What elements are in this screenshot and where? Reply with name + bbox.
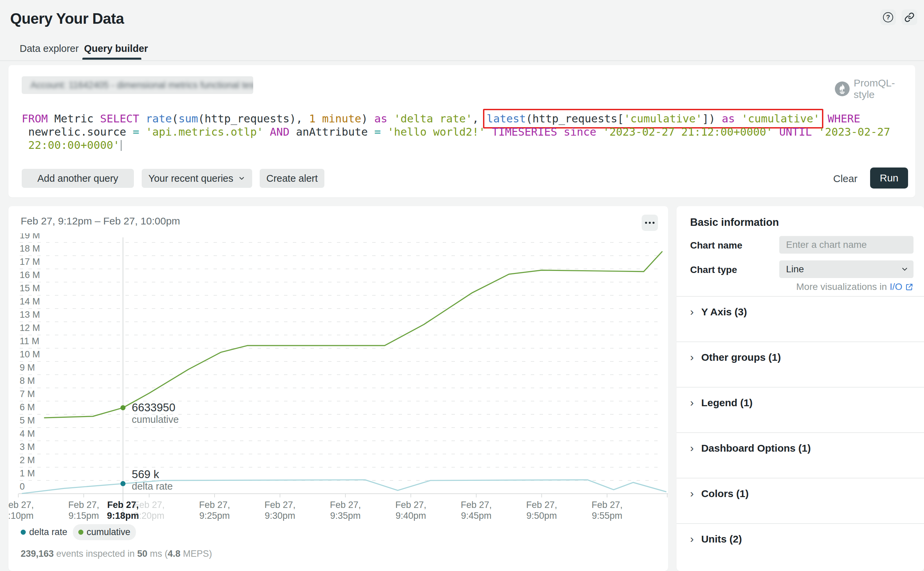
x-axis-label: Feb 27,9:50pm xyxy=(526,500,557,521)
y-axis-label: 7 M xyxy=(20,389,35,399)
y-axis-label: 3 M xyxy=(20,442,35,452)
x-axis-label: Feb 27,9:10pm xyxy=(8,500,34,521)
y-axis-label: 8 M xyxy=(20,376,35,386)
run-button[interactable]: Run xyxy=(870,168,908,188)
x-axis-label: Feb 27,9:25pm xyxy=(199,500,230,521)
x-axis-label: Feb 27,9:20pm xyxy=(134,500,165,521)
y-axis-label: 10 M xyxy=(20,349,40,360)
chart-footer: 239,163 events inspected in 50 ms (4.8 M… xyxy=(21,549,212,559)
io-link[interactable]: I/O xyxy=(890,281,902,292)
series-line-delta-rate xyxy=(22,480,666,493)
x-axis-label: Feb 27,9:40pm xyxy=(395,500,427,521)
chevron-right-icon: › xyxy=(690,442,694,454)
y-axis-label: 12 M xyxy=(20,323,40,333)
meps-value: 4.8 xyxy=(168,549,181,559)
y-axis-label: 15 M xyxy=(20,283,40,293)
y-axis-label: 2 M xyxy=(20,455,35,465)
more-visualizations-row: More visualizations in I/O xyxy=(796,281,913,292)
chart-type-select[interactable]: Line xyxy=(779,261,913,278)
help-icon: ? xyxy=(883,12,893,22)
panel-section-colors-1[interactable]: ›Colors (1) xyxy=(676,478,924,523)
promql-style-label: PromQL-style xyxy=(854,77,915,100)
chart-menu-button[interactable] xyxy=(642,215,658,231)
chevron-right-icon: › xyxy=(690,533,694,545)
chevron-right-icon: › xyxy=(690,487,694,500)
tooltip-label: delta rate xyxy=(132,481,173,492)
x-axis-label: Feb 27,9:30pm xyxy=(264,500,296,521)
permalink-button[interactable] xyxy=(902,9,917,25)
query-duration: 50 xyxy=(137,549,148,559)
x-axis-label: Feb 27,9:15pm xyxy=(68,500,99,521)
legend-dot xyxy=(78,529,83,535)
query-builder-card: Account: 11642405 - dimensional metrics … xyxy=(8,65,915,198)
basic-information-heading: Basic information xyxy=(690,216,779,228)
page-title: Query Your Data xyxy=(10,10,124,27)
chart-type-value: Line xyxy=(786,264,804,275)
account-picker-label: Account: 11642405 - dimensional metrics … xyxy=(22,76,253,94)
panel-section-other-groups-1[interactable]: ›Other groups (1) xyxy=(676,341,924,387)
y-axis-label: 1 M xyxy=(20,468,35,478)
tab-query-builder[interactable]: Query builder xyxy=(84,43,148,54)
recent-queries-label: Your recent queries xyxy=(148,173,233,184)
query-editor[interactable]: FROM Metric SELECT rate(sum(http_request… xyxy=(22,112,890,152)
panel-section-units-2[interactable]: ›Units (2) xyxy=(676,523,924,569)
x-axis-label: Feb 27,9:45pm xyxy=(460,500,492,521)
panel-section-legend-1[interactable]: ›Legend (1) xyxy=(676,387,924,432)
y-axis-label: 11 M xyxy=(20,336,39,346)
y-axis-label: 16 M xyxy=(20,270,40,280)
y-axis-label: 17 M xyxy=(20,257,40,267)
chart-name-label: Chart name xyxy=(690,240,742,251)
chart-settings-panel: Basic information Chart name Chart type … xyxy=(676,206,924,571)
tooltip-label: cumulative xyxy=(132,414,179,425)
chevron-down-icon xyxy=(238,174,245,182)
external-link-icon xyxy=(905,283,913,291)
chart-legend: delta ratecumulative xyxy=(21,524,136,540)
create-alert-button[interactable]: Create alert xyxy=(260,169,324,188)
tab-data-explorer[interactable]: Data explorer xyxy=(20,43,79,54)
y-axis-label: 4 M xyxy=(20,429,35,439)
chevron-down-icon xyxy=(901,265,909,273)
active-tab-underline xyxy=(82,58,141,60)
clear-button[interactable]: Clear xyxy=(833,173,858,184)
tabs-divider xyxy=(0,60,924,61)
more-viz-text: More visualizations in xyxy=(796,281,887,292)
y-axis-label: 14 M xyxy=(20,296,40,307)
events-count: 239,163 xyxy=(21,549,54,559)
timeseries-chart[interactable]: 01 M2 M3 M4 M5 M6 M7 M8 M9 M10 M11 M12 M… xyxy=(8,233,668,539)
hover-dot-cumulative xyxy=(120,405,125,410)
y-axis-label: 13 M xyxy=(20,310,40,320)
legend-item-delta-rate[interactable]: delta rate xyxy=(21,527,68,537)
tooltip-value: 6633950 xyxy=(132,401,175,414)
promql-style-toggle[interactable]: PromQL-style xyxy=(835,77,915,100)
chart-type-label: Chart type xyxy=(690,264,737,275)
prometheus-icon xyxy=(835,81,850,96)
account-picker[interactable]: Account: 11642405 - dimensional metrics … xyxy=(22,76,253,94)
text-cursor xyxy=(121,140,122,151)
link-icon xyxy=(904,12,915,22)
panel-sections: ›Y Axis (3)›Other groups (1)›Legend (1)›… xyxy=(676,296,924,569)
recent-queries-button[interactable]: Your recent queries xyxy=(142,169,252,188)
ellipsis-icon xyxy=(645,222,647,224)
y-axis-label: 0 xyxy=(20,481,25,492)
chevron-right-icon: › xyxy=(690,351,694,363)
tooltip-value: 569 k xyxy=(132,468,159,480)
hover-dot-delta-rate xyxy=(120,481,125,486)
chart-time-range-title: Feb 27, 9:12pm – Feb 27, 10:00pm xyxy=(21,215,180,227)
add-another-query-button[interactable]: Add another query xyxy=(22,169,134,188)
chart-card: Feb 27, 9:12pm – Feb 27, 10:00pm 01 M2 M… xyxy=(8,206,668,571)
y-axis-label: 18 M xyxy=(20,244,40,254)
legend-dot xyxy=(21,529,26,535)
chart-name-input[interactable] xyxy=(779,236,913,254)
help-button[interactable]: ? xyxy=(880,9,896,25)
x-axis-label: Feb 27,9:35pm xyxy=(330,500,361,521)
y-axis-label: 9 M xyxy=(20,363,35,373)
y-axis-label: 6 M xyxy=(20,402,35,412)
x-axis-label: Feb 27,9:55pm xyxy=(591,500,623,521)
y-axis-label: 19 M xyxy=(20,233,40,241)
chevron-right-icon: › xyxy=(690,306,694,318)
legend-item-cumulative[interactable]: cumulative xyxy=(73,524,136,540)
panel-section-y-axis-3[interactable]: ›Y Axis (3) xyxy=(676,296,924,341)
chevron-right-icon: › xyxy=(690,397,694,409)
panel-section-dashboard-options-1[interactable]: ›Dashboard Options (1) xyxy=(676,432,924,478)
y-axis-label: 5 M xyxy=(20,415,35,426)
